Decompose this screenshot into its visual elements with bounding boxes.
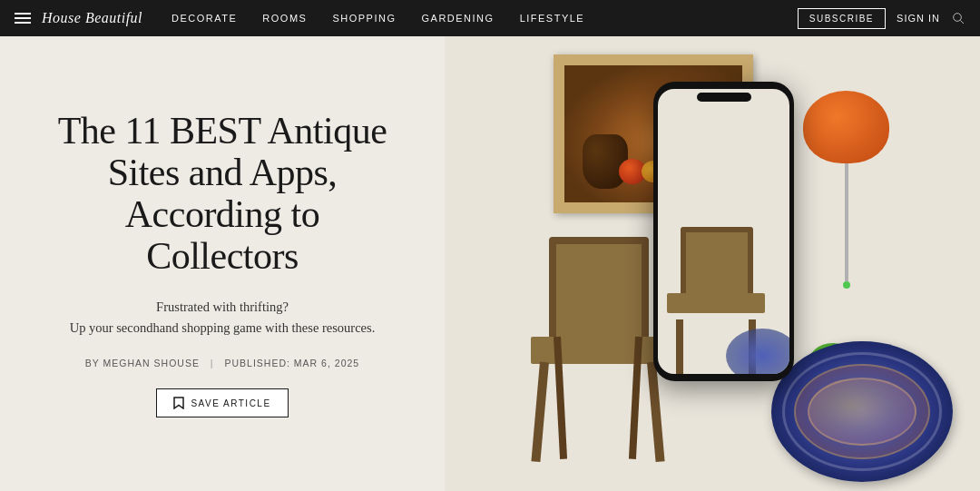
save-article-button[interactable]: SAVE ARTICLE	[156, 388, 288, 417]
search-icon[interactable]	[951, 11, 965, 25]
nav-link-shopping[interactable]: SHOPPING	[332, 13, 396, 24]
article-subtitle: Frustrated with thrifting? Up your secon…	[70, 297, 376, 338]
phone-decoration	[653, 82, 794, 381]
nav-link-gardening[interactable]: GARDENING	[422, 13, 495, 24]
article-title: The 11 BEST Antique Sites and Apps, Acco…	[54, 110, 390, 278]
signin-link[interactable]: SIGN IN	[897, 13, 940, 24]
subtitle-line1: Frustrated with thrifting?	[156, 300, 289, 314]
svg-point-0	[954, 14, 962, 22]
subtitle-line2: Up your secondhand shopping game with th…	[70, 320, 376, 335]
brand-logo[interactable]: House Beautiful	[42, 10, 142, 26]
meta-separator: |	[211, 358, 214, 368]
save-article-label: SAVE ARTICLE	[191, 398, 270, 408]
article-byline: BY MEGHAN SHOUSE	[85, 358, 200, 368]
main-content: The 11 BEST Antique Sites and Apps, Acco…	[0, 36, 980, 491]
article-right-panel	[445, 36, 980, 491]
subscribe-button[interactable]: SUBSCRIBE	[798, 8, 886, 29]
nav-links: DECORATE ROOMS SHOPPING GARDENING LIFEST…	[172, 13, 584, 24]
nav-link-decorate[interactable]: DECORATE	[172, 13, 237, 24]
nav-link-lifestyle[interactable]: LIFESTYLE	[520, 13, 585, 24]
nav-link-rooms[interactable]: ROOMS	[262, 13, 307, 24]
hamburger-menu-icon[interactable]	[15, 13, 31, 24]
rug-decoration	[771, 341, 953, 482]
article-left-panel: The 11 BEST Antique Sites and Apps, Acco…	[0, 36, 445, 491]
article-meta: BY MEGHAN SHOUSE | PUBLISHED: MAR 6, 202…	[85, 358, 359, 368]
orange-lamp-decoration	[803, 91, 889, 289]
navigation: House Beautiful DECORATE ROOMS SHOPPING …	[0, 0, 980, 36]
svg-line-1	[960, 20, 964, 24]
hero-scene	[445, 36, 980, 491]
article-published: PUBLISHED: MAR 6, 2025	[225, 358, 360, 368]
nav-left: House Beautiful DECORATE ROOMS SHOPPING …	[15, 10, 584, 26]
nav-right: SUBSCRIBE SIGN IN	[798, 8, 965, 29]
